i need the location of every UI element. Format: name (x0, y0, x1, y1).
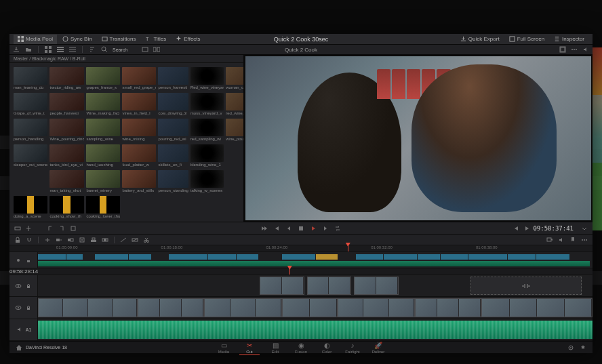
video-clip[interactable] (415, 298, 481, 317)
out-point-button[interactable] (58, 224, 66, 232)
tab-transitions[interactable]: Transitions (98, 35, 140, 44)
overview-clip[interactable] (66, 254, 83, 260)
video-clip[interactable] (354, 277, 398, 295)
media-clip[interactable]: blending_wine_1 (190, 144, 224, 168)
media-clip[interactable]: battery_and_stills (122, 170, 156, 194)
track-content[interactable] (38, 319, 593, 340)
timeline-overview[interactable] (9, 252, 593, 268)
close-up-button[interactable] (78, 236, 86, 244)
media-clip[interactable]: wine_pouring_b (226, 119, 243, 142)
media-clip[interactable]: sleeper_cut_scene (14, 144, 47, 168)
project-settings-button[interactable] (567, 344, 575, 352)
media-clip[interactable]: hand_touching (86, 144, 120, 168)
dual-viewer-toggle[interactable] (153, 45, 161, 54)
safe-area-toggle[interactable] (559, 45, 567, 54)
boring-detector-button[interactable] (14, 224, 22, 232)
timecode-display[interactable]: 09:58:37:41 (533, 225, 574, 232)
media-clip[interactable]: cooking_lower_thu (86, 196, 120, 220)
timeline-lock-button[interactable] (14, 236, 22, 244)
media-clip[interactable]: sampling_wine (86, 119, 120, 142)
overview-clip[interactable] (418, 254, 440, 260)
media-clip[interactable]: man_leaning_do (14, 67, 47, 91)
fast-review-button[interactable] (260, 224, 268, 232)
media-clip[interactable]: talking_w_scenes (190, 170, 224, 194)
media-clip[interactable] (226, 196, 243, 220)
view-thumbnail-button[interactable] (44, 45, 52, 54)
overview-clip[interactable] (536, 254, 569, 260)
overview-clip[interactable] (384, 254, 417, 260)
media-clip[interactable]: vines_in_field_l (122, 93, 156, 117)
video-clip[interactable] (481, 298, 593, 317)
media-clip[interactable]: wine_mixing (122, 119, 156, 142)
audio-toggle[interactable] (582, 45, 590, 54)
media-clip[interactable] (226, 170, 243, 194)
snap-toggle[interactable] (25, 236, 33, 244)
next-frame-button[interactable] (321, 224, 329, 232)
transition-tool[interactable] (119, 236, 127, 244)
overview-audio-track[interactable] (38, 261, 590, 266)
media-clip[interactable]: cooking_show_th (49, 196, 84, 220)
video-clip[interactable] (204, 298, 282, 317)
overview-clip[interactable] (468, 254, 507, 260)
media-clip[interactable]: red_sampling_wi (190, 119, 224, 142)
full-screen-button[interactable]: Full Screen (505, 35, 548, 44)
import-media-button[interactable] (12, 45, 20, 54)
media-clip[interactable]: Wine_pouring_cinc (49, 119, 84, 142)
dissolve-tool[interactable] (131, 236, 139, 244)
page-fusion[interactable]: ◉ Fusion (289, 341, 313, 355)
overview-clip[interactable] (38, 254, 66, 260)
media-clip[interactable]: pouring_red_wi (158, 119, 188, 142)
media-clip[interactable]: person_handling (14, 119, 47, 142)
audio-only-toggle[interactable] (557, 236, 565, 244)
play-button[interactable] (309, 224, 317, 232)
audio-clip[interactable] (38, 321, 593, 339)
marker-button[interactable] (569, 236, 577, 244)
viewer-canvas[interactable] (245, 56, 591, 220)
media-clip[interactable]: moss_vineyard_v (190, 93, 224, 117)
media-clip[interactable]: doing_a_scene (14, 196, 47, 220)
media-clip[interactable]: small_red_grape_r (122, 67, 156, 91)
media-clip[interactable]: cow_drawing_3 (158, 93, 188, 117)
tab-titles[interactable]: T Titles (141, 35, 170, 44)
media-clip[interactable] (190, 196, 224, 220)
quick-export-button[interactable]: Quick Export (456, 35, 504, 44)
playhead-lower[interactable] (289, 268, 290, 275)
media-clip[interactable]: red_wine_being_p (226, 93, 243, 117)
append-button[interactable] (55, 236, 63, 244)
ripple-overwrite-button[interactable] (66, 236, 75, 244)
video-clip[interactable] (38, 298, 138, 317)
video-clip[interactable] (282, 298, 338, 317)
pool-breadcrumb[interactable]: Master / Blackmagic RAW / B-Roll (9, 55, 243, 63)
smart-insert-button[interactable] (43, 236, 52, 244)
media-clip[interactable]: food_platter_w (122, 144, 156, 168)
video-clip[interactable] (260, 277, 304, 295)
overview-clip[interactable] (441, 254, 468, 260)
overview-clip[interactable] (169, 254, 207, 260)
overview-clip[interactable] (129, 254, 151, 260)
page-cut[interactable]: ✂ Cut (237, 341, 262, 355)
media-clip[interactable]: person_standing (158, 170, 188, 194)
video-clip[interactable] (138, 298, 204, 317)
track-visible-toggle[interactable] (14, 282, 22, 290)
in-point-button[interactable] (46, 224, 54, 232)
inspector-button[interactable]: Inspector (550, 35, 588, 44)
cut-tool[interactable] (142, 236, 150, 244)
transition-placeholder[interactable] (470, 277, 582, 295)
overview-clip[interactable] (208, 254, 236, 260)
loop-button[interactable] (334, 224, 342, 232)
track-content[interactable] (38, 297, 593, 318)
source-overwrite-button[interactable] (101, 236, 109, 244)
page-color[interactable]: ◐ Color (315, 341, 339, 355)
media-clip[interactable]: barnet_winery (86, 170, 120, 194)
mark-clip-button[interactable] (69, 224, 77, 232)
overview-clip[interactable] (282, 254, 315, 260)
page-deliver[interactable]: 🚀 Deliver (366, 341, 390, 355)
prev-edit-button[interactable] (512, 224, 520, 232)
video-only-toggle[interactable] (546, 236, 554, 244)
media-clip[interactable]: grapes_france_s (86, 67, 120, 91)
video-clip[interactable] (338, 298, 416, 317)
prev-frame-button[interactable] (285, 224, 293, 232)
overview-clip[interactable] (508, 254, 536, 260)
viewer-options-button[interactable] (570, 45, 578, 54)
media-clip[interactable]: Grape_of_wine_t (14, 93, 47, 117)
